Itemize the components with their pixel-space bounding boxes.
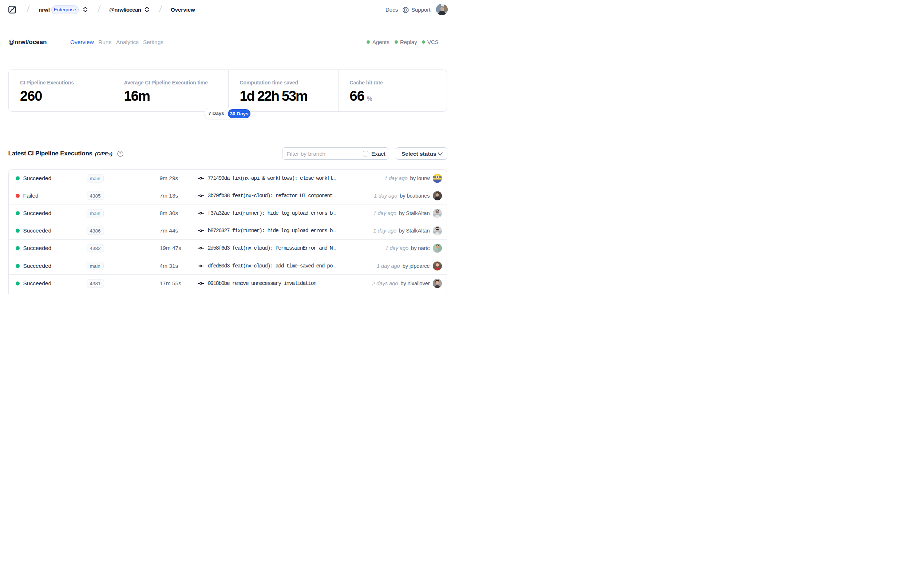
svg-text:?: ? <box>120 152 121 156</box>
